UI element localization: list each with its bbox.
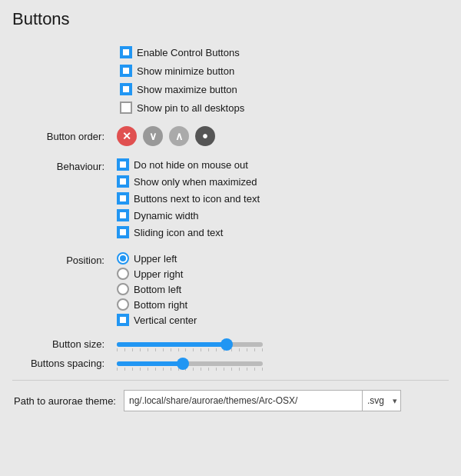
- position-upper-left[interactable]: Upper left: [117, 252, 197, 265]
- show-minimize-label: Show minimize button: [137, 65, 234, 77]
- position-bottom-left[interactable]: Bottom left: [117, 283, 197, 295]
- path-to-theme-input[interactable]: [124, 390, 362, 411]
- enable-control-buttons-label: Enable Control Buttons: [137, 47, 240, 58]
- button-size-slider[interactable]: [117, 342, 263, 347]
- show-maximized-label: Show only when maximized: [134, 176, 257, 188]
- show-maximize-cb-icon[interactable]: [120, 83, 132, 95]
- position-bottom-right[interactable]: Bottom right: [117, 298, 197, 311]
- position-vertical-center-label: Vertical center: [134, 315, 197, 326]
- do-not-hide-checkbox[interactable]: Do not hide on mouse out: [117, 158, 260, 171]
- position-bottom-right-label: Bottom right: [134, 299, 187, 311]
- path-to-theme-label: Path to aurorae theme:: [12, 395, 124, 407]
- do-not-hide-cb-icon[interactable]: [117, 158, 129, 171]
- position-upper-right[interactable]: Upper right: [117, 268, 197, 280]
- button-order-maximize[interactable]: ∧: [169, 126, 189, 146]
- buttons-spacing-label: Buttons spacing:: [12, 358, 112, 369]
- button-order-close[interactable]: ✕: [117, 126, 137, 146]
- button-order-dot[interactable]: •: [195, 126, 215, 146]
- path-extension-select-wrap[interactable]: .svg: [362, 390, 401, 411]
- dynamic-width-cb-icon[interactable]: [117, 209, 129, 221]
- show-maximize-checkbox[interactable]: Show maximize button: [120, 83, 237, 95]
- position-bottom-right-radio[interactable]: [117, 298, 129, 311]
- behaviour-label: Behaviour:: [12, 158, 112, 172]
- position-upper-right-radio[interactable]: [117, 268, 129, 280]
- sliding-icon-cb-icon[interactable]: [117, 226, 129, 238]
- do-not-hide-label: Do not hide on mouse out: [134, 159, 248, 171]
- position-vertical-center[interactable]: Vertical center: [117, 314, 197, 326]
- button-size-label: Button size:: [12, 338, 112, 350]
- page-title: Buttons: [12, 9, 449, 29]
- position-upper-left-radio[interactable]: [117, 252, 129, 265]
- show-maximized-checkbox[interactable]: Show only when maximized: [117, 175, 260, 188]
- show-pin-label: Show pin to all desktops: [137, 102, 244, 114]
- button-order-label: Button order:: [12, 131, 112, 142]
- show-maximized-cb-icon[interactable]: [117, 175, 129, 188]
- show-minimize-cb-icon[interactable]: [120, 65, 132, 77]
- button-order-row: ✕ ∨ ∧ •: [117, 126, 215, 146]
- enable-control-buttons-checkbox[interactable]: Enable Control Buttons: [120, 46, 240, 58]
- buttons-next-cb-icon[interactable]: [117, 192, 129, 205]
- sliding-icon-checkbox[interactable]: Sliding icon and text: [117, 226, 260, 238]
- path-to-theme-row: Path to aurorae theme: .svg: [12, 380, 449, 411]
- enable-cb-icon[interactable]: [120, 46, 132, 58]
- sliding-icon-label: Sliding icon and text: [134, 227, 223, 238]
- button-order-minimize[interactable]: ∨: [143, 126, 163, 146]
- dynamic-width-checkbox[interactable]: Dynamic width: [117, 209, 260, 221]
- buttons-next-checkbox[interactable]: Buttons next to icon and text: [117, 192, 260, 205]
- show-maximize-label: Show maximize button: [137, 84, 237, 95]
- dynamic-width-label: Dynamic width: [134, 210, 199, 221]
- position-label: Position:: [12, 252, 112, 266]
- buttons-spacing-slider[interactable]: [117, 361, 263, 366]
- position-upper-right-label: Upper right: [134, 268, 183, 280]
- position-upper-left-label: Upper left: [134, 253, 177, 265]
- show-pin-checkbox[interactable]: Show pin to all desktops: [120, 102, 244, 114]
- show-pin-cb-icon[interactable]: [120, 102, 132, 114]
- path-extension-select[interactable]: .svg: [362, 390, 401, 411]
- position-bottom-left-label: Bottom left: [134, 284, 181, 295]
- show-minimize-checkbox[interactable]: Show minimize button: [120, 65, 234, 77]
- buttons-next-label: Buttons next to icon and text: [134, 193, 260, 205]
- position-bottom-left-radio[interactable]: [117, 283, 129, 295]
- position-vertical-center-cb-icon[interactable]: [117, 314, 129, 326]
